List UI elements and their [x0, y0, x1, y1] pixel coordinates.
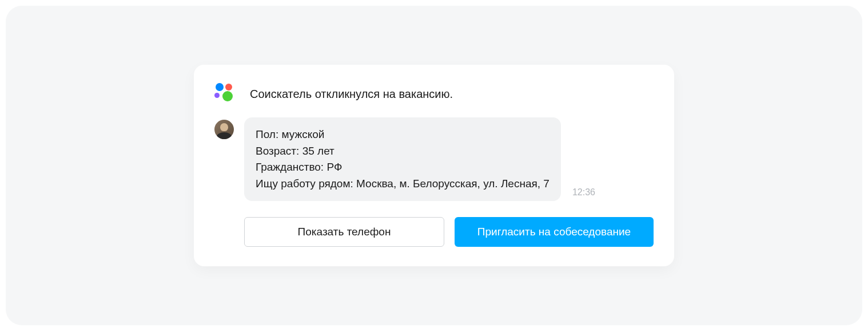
invite-interview-button[interactable]: Пригласить на собеседование [455, 217, 654, 247]
show-phone-button[interactable]: Показать телефон [244, 217, 444, 247]
actions-row: Показать телефон Пригласить на собеседов… [214, 217, 654, 247]
message-line-gender: Пол: мужской [256, 127, 550, 143]
message-row: Пол: мужской Возраст: 35 лет Гражданство… [214, 117, 654, 201]
notification-title: Соискатель откликнулся на вакансию. [250, 86, 453, 101]
logo-icon [214, 83, 236, 105]
message-line-age: Возраст: 35 лет [256, 143, 550, 160]
message-timestamp: 12:36 [572, 187, 595, 201]
message-line-location: Ищу работу рядом: Москва, м. Белорусская… [256, 176, 550, 192]
notification-header: Соискатель откликнулся на вакансию. [214, 83, 654, 105]
outer-container: Соискатель откликнулся на вакансию. Пол:… [6, 6, 862, 325]
message-bubble: Пол: мужской Возраст: 35 лет Гражданство… [244, 117, 561, 201]
notification-card: Соискатель откликнулся на вакансию. Пол:… [194, 65, 674, 266]
message-line-citizenship: Гражданство: РФ [256, 159, 550, 176]
avatar[interactable] [214, 120, 234, 139]
